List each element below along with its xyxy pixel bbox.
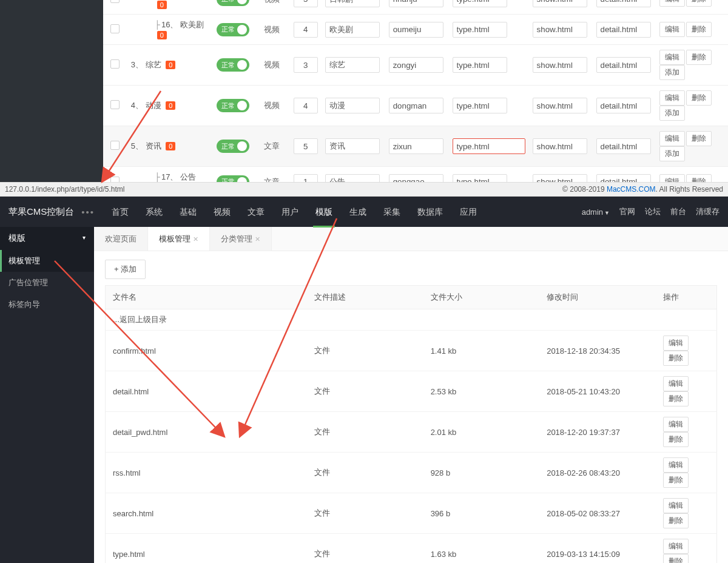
nav-item[interactable]: 应用 bbox=[451, 197, 485, 227]
sort-input[interactable] bbox=[294, 98, 318, 113]
tpl-detail-input[interactable] bbox=[596, 0, 651, 7]
status-toggle[interactable]: 正常 bbox=[217, 140, 249, 153]
tpl-show-input[interactable] bbox=[533, 57, 587, 73]
file-name[interactable]: detail.html bbox=[106, 371, 308, 412]
row-checkbox[interactable] bbox=[110, 59, 120, 69]
nav-item[interactable]: 生成 bbox=[341, 197, 375, 227]
close-icon[interactable]: ✕ bbox=[255, 235, 260, 243]
row-name[interactable]: 15、 日韩剧 0 bbox=[127, 0, 212, 15]
file-op-button[interactable]: 编辑 bbox=[663, 417, 689, 432]
tpl-name-input[interactable] bbox=[325, 174, 380, 183]
row-op-button[interactable]: 添加 bbox=[659, 146, 685, 161]
sort-input[interactable] bbox=[294, 138, 318, 154]
tpl-type-input[interactable] bbox=[453, 98, 507, 113]
tpl-detail-input[interactable] bbox=[596, 22, 651, 38]
tab[interactable]: 欢迎页面 bbox=[94, 227, 148, 251]
file-op-button[interactable]: 编辑 bbox=[663, 376, 689, 391]
tpl-type-input[interactable] bbox=[453, 22, 507, 38]
row-op-button[interactable]: 编辑 bbox=[659, 131, 685, 146]
nav-item[interactable]: 数据库 bbox=[409, 197, 451, 227]
file-op-button[interactable]: 编辑 bbox=[663, 335, 689, 351]
maccms-link[interactable]: MacCMS.COM bbox=[607, 185, 656, 194]
tpl-slug-input[interactable] bbox=[389, 0, 443, 7]
tpl-detail-input[interactable] bbox=[596, 138, 651, 154]
sort-input[interactable] bbox=[294, 57, 318, 73]
file-name[interactable]: rss.html bbox=[106, 453, 308, 493]
row-op-button[interactable]: 添加 bbox=[659, 65, 685, 80]
file-op-button[interactable]: 删除 bbox=[663, 432, 689, 447]
row-op-button[interactable]: 编辑 bbox=[659, 0, 685, 7]
file-name[interactable]: search.html bbox=[106, 493, 308, 534]
row-checkbox[interactable] bbox=[110, 0, 120, 3]
tpl-name-input[interactable] bbox=[325, 0, 380, 7]
tpl-slug-input[interactable] bbox=[389, 57, 443, 73]
tpl-slug-input[interactable] bbox=[389, 174, 443, 183]
nav-link-forum[interactable]: 论坛 bbox=[645, 206, 661, 217]
file-op-button[interactable]: 删除 bbox=[663, 554, 689, 563]
tpl-detail-input[interactable] bbox=[596, 174, 651, 183]
row-op-button[interactable]: 编辑 bbox=[659, 90, 685, 106]
file-op-button[interactable]: 删除 bbox=[663, 473, 689, 488]
nav-link-clearcache[interactable]: 清缓存 bbox=[696, 206, 720, 217]
row-name[interactable]: 5、 资讯 0 bbox=[127, 126, 212, 167]
row-op-button[interactable]: 添加 bbox=[659, 106, 685, 121]
parent-dir-link[interactable]: ...返回上级目录 bbox=[106, 309, 717, 331]
nav-item[interactable]: 基础 bbox=[171, 197, 205, 227]
tpl-show-input[interactable] bbox=[533, 0, 587, 7]
sidebar-item[interactable]: 广告位管理 bbox=[0, 272, 94, 294]
file-op-button[interactable]: 删除 bbox=[663, 513, 689, 528]
sort-input[interactable] bbox=[294, 174, 318, 183]
tpl-show-input[interactable] bbox=[533, 22, 587, 38]
tpl-type-input[interactable] bbox=[453, 0, 507, 7]
tpl-name-input[interactable] bbox=[325, 138, 380, 154]
tpl-name-input[interactable] bbox=[325, 22, 380, 38]
status-toggle[interactable]: 正常 bbox=[217, 99, 249, 112]
nav-item[interactable]: 系统 bbox=[137, 197, 171, 227]
tpl-slug-input[interactable] bbox=[389, 98, 443, 113]
tab[interactable]: 模板管理✕ bbox=[148, 227, 210, 251]
row-op-button[interactable]: 编辑 bbox=[659, 174, 685, 182]
tpl-name-input[interactable] bbox=[325, 98, 380, 113]
row-name[interactable]: 4、 动漫 0 bbox=[127, 86, 212, 126]
tpl-name-input[interactable] bbox=[325, 57, 380, 73]
tpl-show-input[interactable] bbox=[533, 98, 587, 113]
tpl-detail-input[interactable] bbox=[596, 57, 651, 73]
nav-link-site[interactable]: 官网 bbox=[619, 206, 635, 217]
row-name[interactable]: 3、 综艺 0 bbox=[127, 45, 212, 86]
row-op-button[interactable]: 删除 bbox=[686, 50, 712, 65]
row-op-button[interactable]: 删除 bbox=[686, 90, 712, 106]
row-checkbox[interactable] bbox=[110, 141, 120, 150]
nav-item[interactable]: 首页 bbox=[103, 197, 137, 227]
row-op-button[interactable]: 删除 bbox=[686, 131, 712, 146]
file-name[interactable]: type.html bbox=[106, 534, 308, 564]
file-name[interactable]: confirm.html bbox=[106, 331, 308, 371]
file-op-button[interactable]: 删除 bbox=[663, 391, 689, 406]
tpl-type-input[interactable] bbox=[453, 174, 507, 183]
admin-dropdown[interactable]: admin▼ bbox=[582, 207, 610, 217]
file-name[interactable]: detail_pwd.html bbox=[106, 412, 308, 453]
file-op-button[interactable]: 编辑 bbox=[663, 498, 689, 513]
tpl-detail-input[interactable] bbox=[596, 98, 651, 113]
status-toggle[interactable]: 正常 bbox=[217, 175, 249, 183]
menu-dots-icon[interactable]: ••• bbox=[81, 207, 95, 217]
file-op-button[interactable]: 编辑 bbox=[663, 457, 689, 473]
tpl-type-input[interactable] bbox=[453, 138, 525, 154]
sort-input[interactable] bbox=[294, 22, 318, 38]
row-checkbox[interactable] bbox=[110, 100, 120, 109]
add-button[interactable]: 添加 bbox=[105, 260, 146, 279]
tpl-type-input[interactable] bbox=[453, 57, 507, 73]
tpl-slug-input[interactable] bbox=[389, 22, 443, 38]
tpl-show-input[interactable] bbox=[533, 174, 587, 183]
nav-item[interactable]: 文章 bbox=[239, 197, 273, 227]
row-op-button[interactable]: 删除 bbox=[686, 174, 712, 182]
row-op-button[interactable]: 删除 bbox=[686, 22, 712, 37]
sidebar-item[interactable]: 模板管理 bbox=[0, 250, 94, 272]
row-checkbox[interactable] bbox=[110, 177, 120, 183]
file-op-button[interactable]: 编辑 bbox=[663, 539, 689, 554]
file-op-button[interactable]: 删除 bbox=[663, 351, 689, 366]
status-toggle[interactable]: 正常 bbox=[217, 58, 249, 72]
tpl-slug-input[interactable] bbox=[389, 138, 443, 154]
nav-item[interactable]: 视频 bbox=[205, 197, 239, 227]
side-head[interactable]: 模版 ▴ bbox=[0, 227, 94, 250]
tpl-show-input[interactable] bbox=[533, 138, 587, 154]
